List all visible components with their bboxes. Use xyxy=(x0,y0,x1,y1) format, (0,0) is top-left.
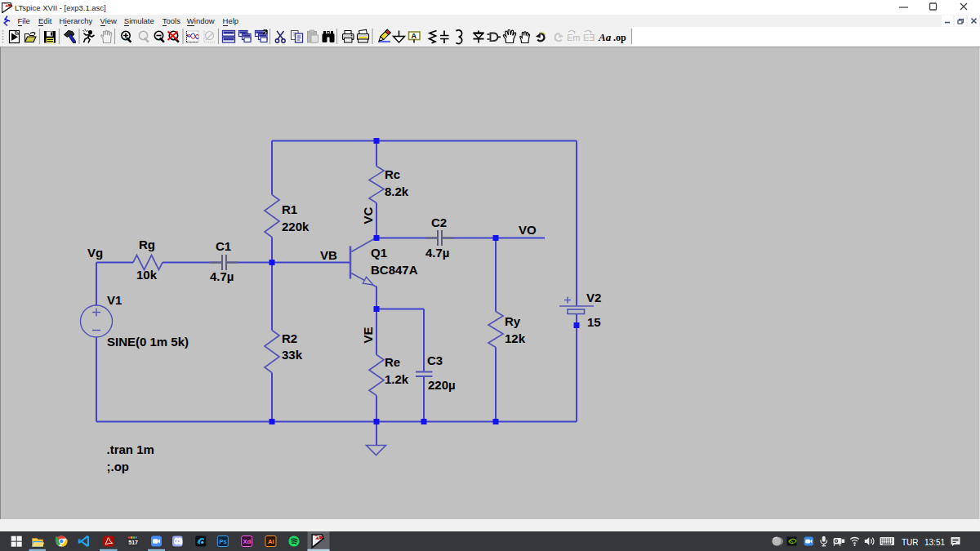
svg-text:R1: R1 xyxy=(282,202,297,216)
svg-text:C2: C2 xyxy=(431,215,447,229)
svg-text:Re: Re xyxy=(385,354,400,368)
svg-text:Rg: Rg xyxy=(139,237,155,251)
svg-text:Aa: Aa xyxy=(598,31,612,43)
svg-text:10k: 10k xyxy=(136,267,158,281)
svg-text:.tran 1m: .tran 1m xyxy=(107,442,154,455)
svg-text:Em: Em xyxy=(567,33,581,42)
svg-text:SINE(0 1m 5k): SINE(0 1m 5k) xyxy=(107,334,189,348)
svg-text:4.7µ: 4.7µ xyxy=(210,269,234,282)
svg-text:;.op: ;.op xyxy=(107,459,130,473)
svg-text:V2: V2 xyxy=(586,290,601,304)
svg-text:220k: 220k xyxy=(282,219,310,233)
svg-text:Ry: Ry xyxy=(505,313,521,327)
svg-text:33k: 33k xyxy=(282,347,303,361)
svg-text:1.2k: 1.2k xyxy=(385,371,409,385)
svg-text:.op: .op xyxy=(613,32,626,43)
svg-text:C3: C3 xyxy=(427,353,443,367)
svg-text:Q1: Q1 xyxy=(371,245,387,259)
svg-text:Xd: Xd xyxy=(243,538,251,545)
svg-text:15: 15 xyxy=(587,314,601,328)
svg-text:VO: VO xyxy=(519,222,537,236)
svg-text:BC847A: BC847A xyxy=(371,262,418,276)
svg-text:517: 517 xyxy=(128,540,138,545)
svg-text:VE: VE xyxy=(361,327,375,343)
svg-text:8.2k: 8.2k xyxy=(385,184,409,198)
svg-text:V1: V1 xyxy=(107,292,122,306)
svg-text:220µ: 220µ xyxy=(428,377,456,391)
svg-text:4.7µ: 4.7µ xyxy=(425,245,450,259)
svg-text:A: A xyxy=(412,32,417,40)
svg-text:C1: C1 xyxy=(216,238,231,252)
svg-text:VC: VC xyxy=(361,207,375,224)
svg-text:E∃: E∃ xyxy=(583,33,595,42)
svg-text:Ps: Ps xyxy=(220,538,227,545)
svg-text:Ai: Ai xyxy=(268,538,274,545)
svg-text:R2: R2 xyxy=(282,331,297,344)
svg-text:12k: 12k xyxy=(505,331,526,344)
svg-text:Rc: Rc xyxy=(385,167,400,180)
svg-text:Vg: Vg xyxy=(87,245,103,259)
svg-text:VB: VB xyxy=(320,247,337,261)
